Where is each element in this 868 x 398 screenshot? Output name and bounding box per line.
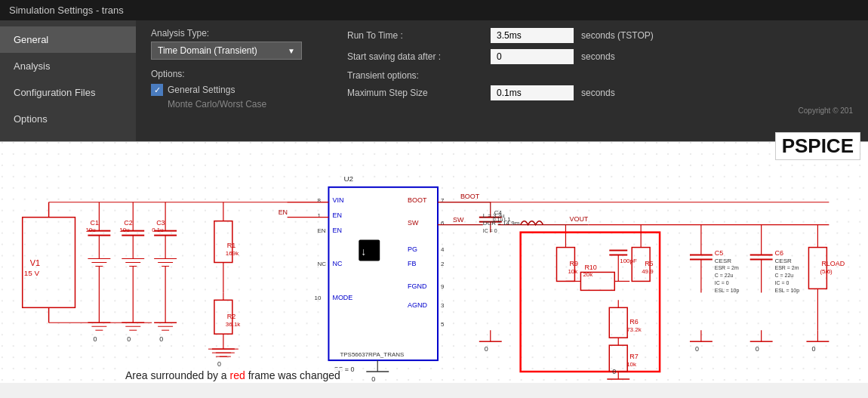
circuit-diagram: V1 15 V C1 10u C2 10u (0, 142, 868, 383)
svg-text:IC = 0: IC = 0 (483, 228, 497, 233)
svg-text:5: 5 (441, 321, 445, 328)
svg-text:0: 0 (127, 335, 131, 343)
svg-text:ESR = 2m: ESR = 2m (775, 265, 799, 270)
svg-text:R1: R1 (227, 242, 235, 249)
svg-text:0: 0 (93, 335, 97, 343)
svg-text:100pF: 100pF (620, 258, 637, 264)
options-label: Options: (151, 69, 325, 79)
svg-text:20k: 20k (583, 271, 593, 278)
svg-text:9: 9 (441, 283, 445, 290)
max-step-label: Maximum Step Size (347, 88, 483, 98)
general-settings-row: ✓ General Settings (151, 84, 325, 96)
svg-text:2: 2 (441, 261, 445, 267)
svg-text:SW: SW (408, 219, 419, 227)
svg-text:0.1u: 0.1u (152, 227, 164, 233)
svg-text:V1: V1 (30, 258, 40, 267)
svg-text:0: 0 (612, 368, 616, 375)
svg-text:AGND: AGND (408, 301, 427, 309)
sim-main: Analysis Type: Time Domain (Transient) ▼… (136, 20, 868, 141)
svg-text:ESL = 10p: ESL = 10p (775, 288, 800, 294)
svg-text:NC: NC (332, 260, 342, 267)
svg-text:DCR = 14.9m: DCR = 14.9m (483, 220, 520, 227)
svg-text:EN: EN (317, 227, 325, 234)
svg-text:7: 7 (441, 197, 445, 204)
analysis-type-value: Time Domain (Transient) (158, 45, 257, 56)
svg-text:R5: R5 (645, 260, 653, 267)
svg-text:FGND: FGND (408, 282, 427, 290)
svg-text:C2: C2 (124, 219, 132, 227)
start-saving-input[interactable] (491, 49, 574, 64)
svg-text:U2: U2 (343, 174, 353, 183)
window-title: Simulation Settings - trans (9, 5, 124, 16)
svg-text:VIN: VIN (332, 196, 343, 204)
svg-text:ESR = 2m: ESR = 2m (715, 265, 739, 270)
pspice-brand: PSPICE (775, 132, 860, 160)
svg-text:10u: 10u (85, 227, 95, 233)
svg-text:169k: 169k (226, 250, 239, 257)
svg-text:ESL = 10p: ESL = 10p (715, 288, 740, 294)
svg-text:BOOT: BOOT (408, 196, 427, 204)
svg-text:6: 6 (441, 220, 445, 227)
svg-text:VOUT: VOUT (569, 215, 588, 223)
svg-text:R6: R6 (629, 318, 638, 325)
sidebar-item-config-files[interactable]: Configuration Files (0, 79, 136, 106)
svg-text:10k: 10k (568, 268, 577, 275)
svg-text:EN: EN (332, 227, 341, 234)
svg-text:R9: R9 (569, 260, 577, 267)
analysis-type-select[interactable]: Time Domain (Transient) ▼ (151, 42, 302, 60)
analysis-type-label: Analysis Type: (151, 28, 325, 39)
svg-text:C3: C3 (156, 219, 165, 227)
svg-text:(5/6): (5/6) (820, 268, 833, 275)
general-settings-checkbox[interactable]: ✓ (151, 84, 163, 96)
svg-text:CESR: CESR (775, 258, 792, 264)
sidebar-item-analysis[interactable]: Analysis (0, 53, 136, 79)
monte-carlo-label: Monte Carlo/Worst Case (151, 99, 325, 110)
sidebar-item-options[interactable]: Options (0, 106, 136, 132)
svg-text:C = 22u: C = 22u (715, 273, 734, 278)
copyright-text: Copyright © 201 (347, 106, 853, 115)
svg-text:L = 3.3u: L = 3.3u (483, 212, 505, 219)
svg-text:CESR: CESR (715, 258, 731, 264)
svg-text:EN: EN (279, 208, 288, 216)
circuit-area: V1 15 V C1 10u C2 10u (0, 141, 868, 383)
svg-text:RLOAD: RLOAD (821, 260, 845, 267)
svg-text:10u: 10u (119, 227, 129, 233)
max-step-input[interactable] (491, 85, 574, 100)
svg-text:1: 1 (317, 212, 321, 219)
annotation-prefix: Area surrounded by a (125, 369, 230, 381)
svg-text:0: 0 (695, 345, 699, 353)
svg-text:FB: FB (408, 260, 416, 267)
svg-text:IC = 0: IC = 0 (715, 280, 729, 285)
sim-sidebar: General Analysis Configuration Files Opt… (0, 20, 136, 141)
svg-text:3: 3 (441, 302, 445, 309)
svg-text:8: 8 (317, 197, 321, 204)
svg-text:10k: 10k (626, 361, 636, 368)
svg-text:↓: ↓ (361, 245, 366, 258)
annotation-red-word: red (230, 369, 245, 381)
start-saving-unit: seconds (581, 51, 615, 62)
svg-text:C6: C6 (775, 249, 783, 257)
svg-text:36.1k: 36.1k (226, 321, 241, 328)
svg-text:MODE: MODE (332, 294, 352, 301)
general-settings-label: General Settings (168, 85, 235, 95)
svg-text:C1: C1 (90, 219, 98, 227)
svg-text:R7: R7 (629, 353, 638, 360)
svg-text:R2: R2 (227, 313, 235, 320)
sidebar-item-general[interactable]: General (0, 26, 136, 53)
run-to-time-row: Run To Time : seconds (TSTOP) (347, 28, 853, 43)
svg-text:NC: NC (317, 261, 326, 267)
svg-text:EN: EN (332, 211, 341, 219)
annotation-suffix: frame was changed (248, 369, 340, 381)
svg-text:49.9: 49.9 (642, 268, 654, 275)
sim-right-panel: Run To Time : seconds (TSTOP) Start savi… (347, 28, 853, 134)
sim-left-panel: Analysis Type: Time Domain (Transient) ▼… (151, 28, 325, 134)
chevron-down-icon: ▼ (288, 47, 295, 55)
max-step-unit: seconds (581, 88, 615, 98)
run-to-time-unit: seconds (TSTOP) (581, 30, 654, 41)
bottom-annotation: Area surrounded by a red frame was chang… (121, 368, 345, 383)
svg-text:0: 0 (371, 375, 375, 383)
sim-settings-panel: Simulation Settings - trans General Anal… (0, 0, 868, 141)
svg-text:TPS56637RPA_TRANS: TPS56637RPA_TRANS (340, 351, 404, 358)
run-to-time-input[interactable] (491, 28, 574, 43)
transient-options-label: Transient options: (347, 70, 853, 81)
